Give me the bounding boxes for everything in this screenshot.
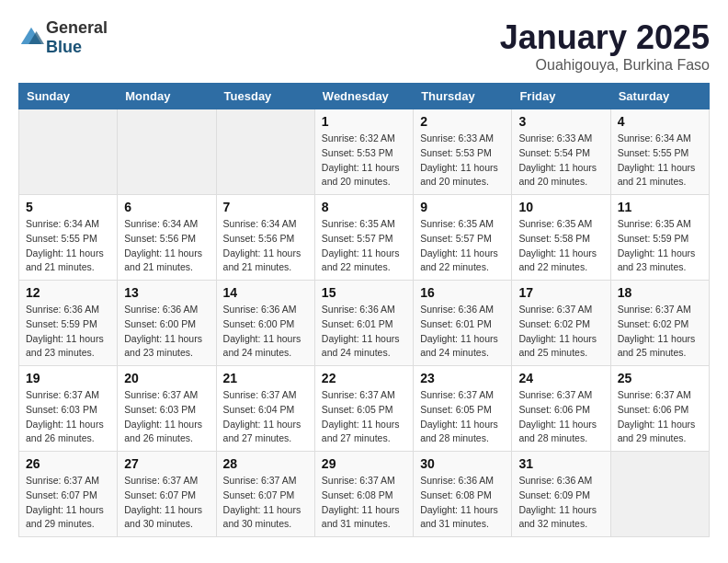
calendar-cell: 30Sunrise: 6:36 AMSunset: 6:08 PMDayligh…: [414, 452, 512, 537]
day-number: 21: [223, 371, 308, 385]
calendar-cell: 8Sunrise: 6:35 AMSunset: 5:57 PMDaylight…: [314, 195, 413, 281]
day-info: Sunrise: 6:37 AMSunset: 6:02 PMDaylight:…: [618, 303, 702, 361]
day-number: 9: [420, 200, 505, 214]
day-number: 17: [518, 285, 603, 300]
calendar-cell: 28Sunrise: 6:37 AMSunset: 6:07 PMDayligh…: [216, 452, 314, 537]
calendar-cell: [610, 452, 709, 537]
logo-icon: [18, 25, 44, 51]
day-info: Sunrise: 6:36 AMSunset: 6:01 PMDaylight:…: [322, 303, 406, 361]
location-title: Ouahigouya, Burkina Faso: [500, 57, 710, 74]
day-number: 15: [322, 285, 406, 300]
calendar-cell: 11Sunrise: 6:35 AMSunset: 5:59 PMDayligh…: [610, 195, 709, 281]
weekday-header: Monday: [118, 84, 216, 109]
day-number: 1: [322, 114, 406, 129]
calendar-cell: 16Sunrise: 6:36 AMSunset: 6:01 PMDayligh…: [414, 281, 512, 366]
day-number: 18: [618, 285, 702, 300]
day-number: 23: [420, 371, 505, 385]
calendar-cell: [19, 109, 118, 195]
day-info: Sunrise: 6:37 AMSunset: 6:07 PMDaylight:…: [124, 474, 209, 532]
logo-general-text: General: [46, 18, 108, 37]
day-info: Sunrise: 6:37 AMSunset: 6:07 PMDaylight:…: [26, 474, 110, 532]
day-info: Sunrise: 6:34 AMSunset: 5:56 PMDaylight:…: [124, 217, 209, 275]
day-info: Sunrise: 6:32 AMSunset: 5:53 PMDaylight:…: [322, 132, 406, 190]
day-number: 20: [124, 371, 209, 385]
calendar-cell: 26Sunrise: 6:37 AMSunset: 6:07 PMDayligh…: [19, 452, 118, 537]
day-info: Sunrise: 6:37 AMSunset: 6:04 PMDaylight:…: [223, 388, 308, 446]
day-info: Sunrise: 6:37 AMSunset: 6:08 PMDaylight:…: [322, 474, 406, 532]
logo: General Blue: [18, 18, 108, 57]
day-number: 5: [26, 200, 110, 214]
day-info: Sunrise: 6:35 AMSunset: 5:58 PMDaylight:…: [518, 217, 603, 275]
calendar-week-row: 1Sunrise: 6:32 AMSunset: 5:53 PMDaylight…: [19, 109, 710, 195]
day-info: Sunrise: 6:37 AMSunset: 6:05 PMDaylight:…: [322, 388, 406, 446]
calendar-cell: 2Sunrise: 6:33 AMSunset: 5:53 PMDaylight…: [414, 109, 512, 195]
day-info: Sunrise: 6:37 AMSunset: 6:03 PMDaylight:…: [124, 388, 209, 446]
day-number: 4: [618, 114, 702, 129]
day-info: Sunrise: 6:36 AMSunset: 6:00 PMDaylight:…: [223, 303, 308, 361]
logo-blue-text: Blue: [46, 38, 82, 56]
calendar-cell: 25Sunrise: 6:37 AMSunset: 6:06 PMDayligh…: [610, 366, 709, 452]
day-info: Sunrise: 6:33 AMSunset: 5:54 PMDaylight:…: [518, 132, 603, 190]
day-info: Sunrise: 6:37 AMSunset: 6:06 PMDaylight:…: [618, 388, 702, 446]
day-info: Sunrise: 6:33 AMSunset: 5:53 PMDaylight:…: [420, 132, 505, 190]
day-number: 3: [518, 114, 603, 129]
calendar-week-row: 26Sunrise: 6:37 AMSunset: 6:07 PMDayligh…: [19, 452, 710, 537]
day-number: 14: [223, 285, 308, 300]
calendar-cell: 20Sunrise: 6:37 AMSunset: 6:03 PMDayligh…: [118, 366, 216, 452]
weekday-header: Tuesday: [216, 84, 314, 109]
day-info: Sunrise: 6:36 AMSunset: 6:09 PMDaylight:…: [518, 474, 603, 532]
calendar-cell: [118, 109, 216, 195]
day-number: 29: [322, 456, 406, 471]
day-info: Sunrise: 6:36 AMSunset: 5:59 PMDaylight:…: [26, 303, 110, 361]
weekday-header: Saturday: [610, 84, 709, 109]
calendar-cell: 21Sunrise: 6:37 AMSunset: 6:04 PMDayligh…: [216, 366, 314, 452]
day-number: 30: [420, 456, 505, 471]
calendar-cell: 3Sunrise: 6:33 AMSunset: 5:54 PMDaylight…: [512, 109, 610, 195]
weekday-header-row: SundayMondayTuesdayWednesdayThursdayFrid…: [19, 84, 710, 109]
calendar-cell: 14Sunrise: 6:36 AMSunset: 6:00 PMDayligh…: [216, 281, 314, 366]
calendar-cell: 17Sunrise: 6:37 AMSunset: 6:02 PMDayligh…: [512, 281, 610, 366]
calendar-cell: 23Sunrise: 6:37 AMSunset: 6:05 PMDayligh…: [414, 366, 512, 452]
day-number: 7: [223, 200, 308, 214]
calendar-cell: 5Sunrise: 6:34 AMSunset: 5:55 PMDaylight…: [19, 195, 118, 281]
day-info: Sunrise: 6:35 AMSunset: 5:57 PMDaylight:…: [322, 217, 406, 275]
calendar-cell: 22Sunrise: 6:37 AMSunset: 6:05 PMDayligh…: [314, 366, 413, 452]
day-info: Sunrise: 6:37 AMSunset: 6:02 PMDaylight:…: [518, 303, 603, 361]
day-info: Sunrise: 6:36 AMSunset: 6:01 PMDaylight:…: [420, 303, 505, 361]
weekday-header: Wednesday: [314, 84, 413, 109]
day-number: 6: [124, 200, 209, 214]
day-number: 31: [518, 456, 603, 471]
calendar-cell: 24Sunrise: 6:37 AMSunset: 6:06 PMDayligh…: [512, 366, 610, 452]
calendar-cell: 7Sunrise: 6:34 AMSunset: 5:56 PMDaylight…: [216, 195, 314, 281]
day-info: Sunrise: 6:37 AMSunset: 6:06 PMDaylight:…: [518, 388, 603, 446]
calendar-cell: 6Sunrise: 6:34 AMSunset: 5:56 PMDaylight…: [118, 195, 216, 281]
weekday-header: Friday: [512, 84, 610, 109]
month-title: January 2025: [500, 18, 710, 57]
day-number: 25: [618, 371, 702, 385]
calendar-cell: 13Sunrise: 6:36 AMSunset: 6:00 PMDayligh…: [118, 281, 216, 366]
day-info: Sunrise: 6:36 AMSunset: 6:08 PMDaylight:…: [420, 474, 505, 532]
day-number: 28: [223, 456, 308, 471]
weekday-header: Thursday: [414, 84, 512, 109]
calendar-table: SundayMondayTuesdayWednesdayThursdayFrid…: [18, 83, 710, 537]
day-info: Sunrise: 6:35 AMSunset: 5:59 PMDaylight:…: [618, 217, 702, 275]
calendar-cell: 9Sunrise: 6:35 AMSunset: 5:57 PMDaylight…: [414, 195, 512, 281]
calendar-cell: 15Sunrise: 6:36 AMSunset: 6:01 PMDayligh…: [314, 281, 413, 366]
day-number: 19: [26, 371, 110, 385]
day-number: 2: [420, 114, 505, 129]
day-number: 12: [26, 285, 110, 300]
calendar-cell: 29Sunrise: 6:37 AMSunset: 6:08 PMDayligh…: [314, 452, 413, 537]
day-number: 10: [518, 200, 603, 214]
day-number: 27: [124, 456, 209, 471]
calendar-cell: 19Sunrise: 6:37 AMSunset: 6:03 PMDayligh…: [19, 366, 118, 452]
day-number: 13: [124, 285, 209, 300]
calendar-cell: 18Sunrise: 6:37 AMSunset: 6:02 PMDayligh…: [610, 281, 709, 366]
day-number: 16: [420, 285, 505, 300]
day-info: Sunrise: 6:37 AMSunset: 6:07 PMDaylight:…: [223, 474, 308, 532]
calendar-week-row: 5Sunrise: 6:34 AMSunset: 5:55 PMDaylight…: [19, 195, 710, 281]
calendar-cell: 12Sunrise: 6:36 AMSunset: 5:59 PMDayligh…: [19, 281, 118, 366]
calendar-week-row: 19Sunrise: 6:37 AMSunset: 6:03 PMDayligh…: [19, 366, 710, 452]
day-info: Sunrise: 6:34 AMSunset: 5:56 PMDaylight:…: [223, 217, 308, 275]
day-info: Sunrise: 6:36 AMSunset: 6:00 PMDaylight:…: [124, 303, 209, 361]
day-info: Sunrise: 6:37 AMSunset: 6:05 PMDaylight:…: [420, 388, 505, 446]
